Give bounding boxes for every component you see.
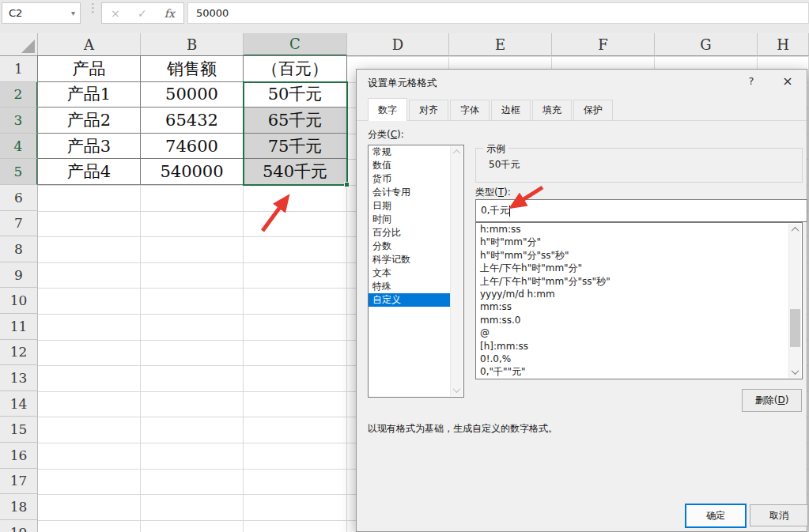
row-header-2[interactable]: 2 <box>0 82 38 108</box>
cell-C5[interactable]: 540千元 <box>244 159 347 185</box>
format-item-9[interactable]: [h]:mm:ss <box>476 340 788 353</box>
row-header-16[interactable]: 16 <box>0 443 38 469</box>
category-item-时间[interactable]: 时间 <box>369 213 450 226</box>
tab-边框[interactable]: 边框 <box>491 100 531 121</box>
tab-字体[interactable]: 字体 <box>450 100 490 121</box>
category-listbox[interactable]: 常规数值货币会计专用日期时间百分比分数科学记数文本特殊自定义 <box>368 145 464 398</box>
column-header-C[interactable]: C <box>244 33 347 56</box>
cell-A2[interactable]: 产品1 <box>38 82 141 108</box>
tab-数字[interactable]: 数字 <box>368 98 407 121</box>
format-item-5[interactable]: yyyy/m/d h:mm <box>476 288 788 300</box>
scroll-down-icon[interactable] <box>453 385 461 393</box>
cell-B2[interactable]: 50000 <box>141 82 244 108</box>
insert-function-icon[interactable]: fx <box>164 7 175 20</box>
formula-input[interactable]: 50000 <box>187 2 809 24</box>
cell-A5[interactable]: 产品4 <box>38 159 141 185</box>
red-arrow-to-cells <box>263 198 287 231</box>
text-caret <box>509 206 510 217</box>
format-item-6[interactable]: mm:ss <box>476 300 788 313</box>
cell-B1[interactable]: 销售额 <box>141 56 244 82</box>
category-item-日期[interactable]: 日期 <box>369 199 450 213</box>
format-item-0[interactable]: h:mm:ss <box>476 223 788 236</box>
help-icon[interactable]: ? <box>745 75 758 88</box>
category-item-会计专用[interactable]: 会计专用 <box>369 186 450 199</box>
scroll-up-icon[interactable] <box>792 227 800 235</box>
cell-B5[interactable]: 540000 <box>141 159 244 185</box>
format-item-11[interactable]: 0,"千""元" <box>476 365 788 378</box>
category-scrollbar[interactable] <box>450 146 463 396</box>
category-item-货币[interactable]: 货币 <box>369 172 450 186</box>
cell-A1[interactable]: 产品 <box>38 56 141 82</box>
column-header-E[interactable]: E <box>449 33 552 56</box>
category-item-百分比[interactable]: 百分比 <box>369 226 450 240</box>
row-header-19[interactable]: 19 <box>0 520 38 532</box>
row-header-3[interactable]: 3 <box>0 108 38 134</box>
name-box-dropdown-icon[interactable]: ▾ <box>71 9 80 17</box>
tab-保护[interactable]: 保护 <box>573 100 613 121</box>
row-header-1[interactable]: 1 <box>0 56 38 82</box>
row-header-15[interactable]: 15 <box>0 417 38 443</box>
type-label: 类型(T): <box>475 186 511 199</box>
column-header-F[interactable]: F <box>552 33 655 56</box>
row-header-9[interactable]: 9 <box>0 262 38 289</box>
column-header-H[interactable]: H <box>758 33 809 56</box>
category-item-文本[interactable]: 文本 <box>369 266 450 280</box>
scrollbar-thumb[interactable] <box>790 309 800 347</box>
close-icon[interactable]: × <box>780 74 796 89</box>
category-item-自定义[interactable]: 自定义 <box>369 293 450 307</box>
cell-A3[interactable]: 产品2 <box>38 108 141 134</box>
scroll-up-icon[interactable] <box>453 149 461 157</box>
row-header-4[interactable]: 4 <box>0 134 38 160</box>
row-header-17[interactable]: 17 <box>0 469 38 495</box>
row-header-6[interactable]: 6 <box>0 185 38 211</box>
column-header-D[interactable]: D <box>347 33 449 56</box>
category-item-科学记数[interactable]: 科学记数 <box>369 253 450 266</box>
format-scrollbar[interactable] <box>788 224 801 378</box>
ok-button[interactable]: 确定 <box>685 504 747 528</box>
row-header-11[interactable]: 11 <box>0 314 38 340</box>
row-header-14[interactable]: 14 <box>0 391 38 417</box>
column-header-A[interactable]: A <box>38 33 141 56</box>
tab-填充[interactable]: 填充 <box>532 100 572 121</box>
select-all-corner[interactable] <box>0 33 38 56</box>
category-item-分数[interactable]: 分数 <box>369 240 450 253</box>
row-header-10[interactable]: 10 <box>0 288 38 314</box>
format-item-10[interactable]: 0!.0,% <box>476 353 788 365</box>
cell-C2[interactable]: 50千元 <box>244 82 347 108</box>
column-header-B[interactable]: B <box>141 33 244 56</box>
delete-button[interactable]: 删除(D) <box>742 389 802 412</box>
cancel-button[interactable]: 取消 <box>750 504 808 526</box>
row-header-5[interactable]: 5 <box>0 159 38 185</box>
format-item-2[interactable]: h"时"mm"分"ss"秒" <box>476 249 788 262</box>
enter-icon[interactable]: ✓ <box>138 7 147 20</box>
cancel-icon[interactable]: × <box>111 7 120 20</box>
cell-C3[interactable]: 65千元 <box>244 108 347 134</box>
category-item-特殊[interactable]: 特殊 <box>369 280 450 293</box>
cell-B4[interactable]: 74600 <box>141 134 244 160</box>
row-header-8[interactable]: 8 <box>0 236 38 262</box>
row-header-7[interactable]: 7 <box>0 211 38 237</box>
tab-对齐[interactable]: 对齐 <box>409 100 448 121</box>
format-item-8[interactable]: @ <box>476 326 788 339</box>
row-header-18[interactable]: 18 <box>0 494 38 520</box>
format-cells-dialog: 设置单元格格式 ? × 数字对齐字体边框填充保护 分类(C): 常规数值货币会计… <box>356 69 807 532</box>
name-box[interactable]: C2 ▾ <box>2 2 81 24</box>
format-item-1[interactable]: h"时"mm"分" <box>476 236 788 248</box>
format-item-7[interactable]: mm:ss.0 <box>476 314 788 326</box>
row-header-13[interactable]: 13 <box>0 365 38 391</box>
column-header-G[interactable]: G <box>655 33 758 56</box>
type-input[interactable]: 0,千元 <box>475 199 807 222</box>
format-listbox[interactable]: h:mm:ssh"时"mm"分"h"时"mm"分"ss"秒"上午/下午h"时"m… <box>475 222 803 379</box>
format-item-4[interactable]: 上午/下午h"时"mm"分"ss"秒" <box>476 275 788 288</box>
category-item-数值[interactable]: 数值 <box>369 159 450 172</box>
category-item-常规[interactable]: 常规 <box>369 145 450 159</box>
cell-B3[interactable]: 65432 <box>141 108 244 134</box>
format-item-3[interactable]: 上午/下午h"时"mm"分" <box>476 262 788 274</box>
formula-buttons: × ✓ fx <box>101 2 184 24</box>
cell-C1[interactable]: （百元） <box>244 56 347 82</box>
tab-divider <box>357 120 807 121</box>
cell-C4[interactable]: 75千元 <box>244 134 347 160</box>
scroll-down-icon[interactable] <box>792 367 800 375</box>
row-header-12[interactable]: 12 <box>0 340 38 366</box>
cell-A4[interactable]: 产品3 <box>38 134 141 160</box>
